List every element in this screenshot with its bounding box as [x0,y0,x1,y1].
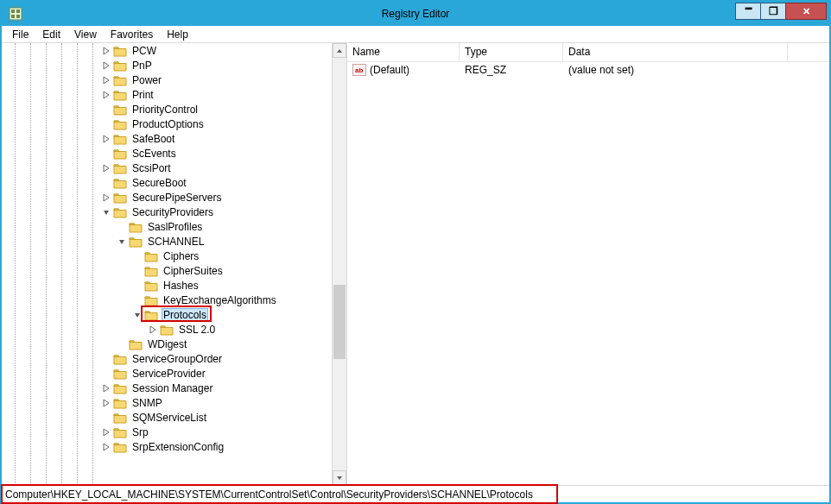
tree-label: WDigest [146,338,188,350]
scroll-thumb[interactable] [333,285,346,359]
expander-icon[interactable] [101,427,111,438]
folder-icon [129,221,143,233]
tree-item-ssl-2-0[interactable]: SSL 2.0 [2,322,332,337]
tree-scrollbar[interactable] [332,43,346,485]
menu-edit[interactable]: Edit [35,27,67,42]
tree-item-securityproviders[interactable]: SecurityProviders [2,205,332,219]
scroll-down-button[interactable] [333,470,346,485]
col-header-name[interactable]: Name [347,43,460,61]
tree-item-session-manager[interactable]: Session Manager [2,381,332,395]
scroll-track[interactable] [333,58,346,470]
tree-item-pcw[interactable]: PCW [2,43,332,58]
minimize-button[interactable]: ━ [735,3,761,20]
tree-item-srpextensionconfig[interactable]: SrpExtensionConfig [2,439,332,454]
menu-view[interactable]: View [67,27,104,42]
tree-item-safeboot[interactable]: SafeBoot [2,131,332,146]
tree-label: SCHANNEL [146,236,206,248]
folder-icon [113,441,127,453]
expander-icon[interactable] [148,324,158,335]
menu-file[interactable]: File [5,27,35,42]
folder-icon [113,368,127,380]
tree-item-protocols[interactable]: Protocols [2,307,332,322]
tree-label: Power [130,74,163,86]
value-type: REG_SZ [460,64,563,76]
tree-item-servicegrouporder[interactable]: ServiceGroupOrder [2,351,332,366]
tree-label: Print [130,89,155,101]
tree-item-scevents[interactable]: ScEvents [2,146,332,161]
tree-item-print[interactable]: Print [2,87,332,102]
tree-item-productoptions[interactable]: ProductOptions [2,117,332,131]
close-button[interactable]: ✕ [785,3,827,20]
expander-icon[interactable] [101,134,111,144]
tree-item-power[interactable]: Power [2,72,332,87]
tree-item-srp[interactable]: Srp [2,425,332,439]
tree-item-ciphers[interactable]: Ciphers [2,249,332,263]
col-header-type[interactable]: Type [460,43,563,61]
folder-icon [113,426,127,438]
values-body[interactable]: (Default)REG_SZ(value not set) [347,62,829,485]
tree-pane: PCWPnPPowerPrintPriorityControlProductOp… [2,43,347,485]
col-header-data[interactable]: Data [563,43,788,61]
expander-icon[interactable] [101,207,111,217]
expander-icon [132,266,143,276]
folder-icon [113,74,127,86]
expander-icon[interactable] [101,442,111,452]
expander-icon [117,339,127,350]
folder-icon [129,236,143,248]
tree-item-scsiport[interactable]: ScsiPort [2,161,332,175]
folder-icon [113,162,127,174]
expander-icon[interactable] [101,163,111,173]
menu-help[interactable]: Help [160,27,195,42]
tree-item-securepipeservers[interactable]: SecurePipeServers [2,190,332,205]
tree-item-serviceprovider[interactable]: ServiceProvider [2,366,332,381]
scroll-up-button[interactable] [333,43,346,58]
expander-icon [132,251,143,261]
tree-item-saslprofiles[interactable]: SaslProfiles [2,219,332,234]
expander-icon [132,280,143,291]
tree-viewport[interactable]: PCWPnPPowerPrintPriorityControlProductOp… [2,43,332,485]
expander-icon[interactable] [101,75,111,85]
statusbar-path: Computer\HKEY_LOCAL_MACHINE\SYSTEM\Curre… [5,488,533,501]
expander-icon[interactable] [101,60,111,71]
expander-icon[interactable] [101,46,111,56]
expander-icon[interactable] [117,236,127,247]
tree-item-keyexchangealgorithms[interactable]: KeyExchangeAlgorithms [2,293,332,307]
tree-item-wdigest[interactable]: WDigest [2,337,332,351]
tree-label: ScsiPort [130,162,173,174]
maximize-button[interactable]: ❐ [760,3,786,20]
folder-icon [144,250,158,262]
tree-item-ciphersuites[interactable]: CipherSuites [2,263,332,278]
titlebar[interactable]: Registry Editor ━ ❐ ✕ [2,2,829,26]
value-data: (value not set) [563,64,788,76]
tree-item-hashes[interactable]: Hashes [2,278,332,293]
tree-item-prioritycontrol[interactable]: PriorityControl [2,102,332,117]
tree-item-snmp[interactable]: SNMP [2,395,332,410]
folder-icon [113,133,127,145]
expander-icon [101,413,111,423]
tree-label: Ciphers [162,250,200,262]
expander-icon [132,295,143,306]
expander-icon[interactable] [101,383,111,394]
expander-icon [101,104,111,115]
expander-icon[interactable] [132,310,143,320]
expander-icon[interactable] [101,398,111,408]
folder-icon [113,412,127,424]
folder-icon [113,148,127,160]
folder-icon [113,45,127,57]
folder-icon [144,309,158,321]
folder-icon [160,324,174,336]
value-row[interactable]: (Default)REG_SZ(value not set) [347,62,829,77]
tree-item-sqmservicelist[interactable]: SQMServiceList [2,410,332,425]
expander-icon[interactable] [101,192,111,203]
expander-icon [117,222,127,232]
tree-item-secureboot[interactable]: SecureBoot [2,175,332,190]
tree-item-schannel[interactable]: SCHANNEL [2,234,332,249]
tree-label: Hashes [162,280,200,292]
expander-icon[interactable] [101,90,111,100]
tree-label: PnP [130,60,154,72]
tree-label: PriorityControl [130,104,200,116]
menu-favorites[interactable]: Favorites [104,27,160,42]
tree-label: ProductOptions [130,118,206,130]
tree-item-pnp[interactable]: PnP [2,58,332,72]
regedit-icon [9,7,22,21]
